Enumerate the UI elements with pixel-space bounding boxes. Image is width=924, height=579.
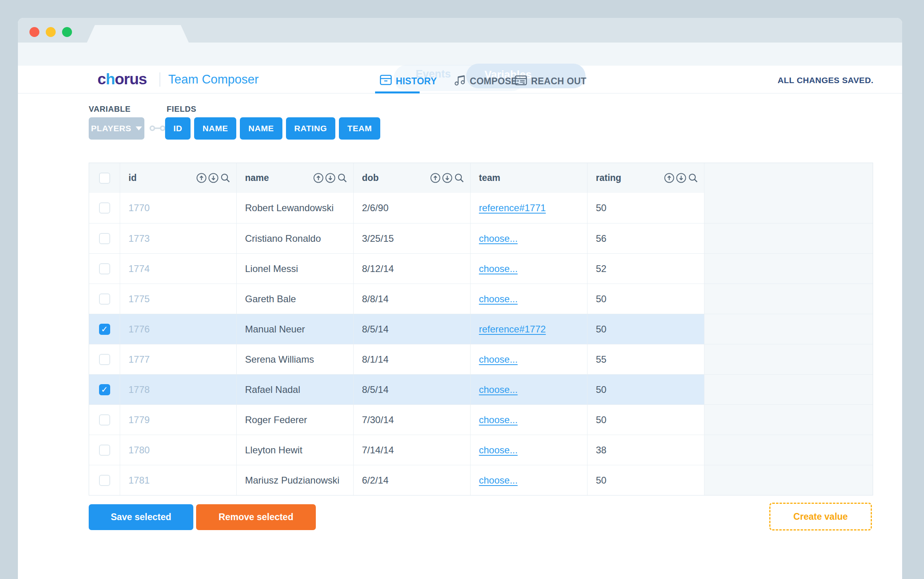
cell-id: 1773 <box>120 223 236 253</box>
search-icon[interactable] <box>454 173 465 183</box>
minimize-window-button[interactable] <box>46 27 56 37</box>
chorus-logo[interactable]: chorus <box>97 70 147 88</box>
maximize-window-button[interactable] <box>62 27 72 37</box>
row-checkbox[interactable] <box>99 233 110 244</box>
cell-empty <box>704 344 873 374</box>
row-checkbox[interactable] <box>99 293 110 305</box>
cell-name: Robert Lewandowski <box>236 193 353 223</box>
search-icon[interactable] <box>688 173 698 183</box>
sort-desc-icon[interactable] <box>325 173 336 183</box>
cell-id: 1780 <box>120 435 236 465</box>
cell-empty <box>704 254 873 284</box>
team-link[interactable]: choose... <box>479 293 517 305</box>
search-icon[interactable] <box>220 173 231 183</box>
team-link[interactable]: choose... <box>479 263 517 274</box>
team-link[interactable]: choose... <box>479 384 517 395</box>
cell-empty <box>704 223 873 253</box>
row-checkbox[interactable] <box>99 475 110 486</box>
field-button-name[interactable]: NAME <box>240 117 282 140</box>
field-button-team[interactable]: TEAM <box>339 117 380 140</box>
save-selected-button[interactable]: Save selected <box>89 504 193 530</box>
column-header-team: team <box>479 173 500 183</box>
logo-text: c <box>97 70 106 87</box>
sort-asc-icon[interactable] <box>313 173 324 183</box>
table-header-row: id name dob <box>89 163 873 193</box>
music-notes-icon <box>454 74 466 88</box>
cell-rating: 50 <box>587 465 704 495</box>
cell-id: 1778 <box>120 375 236 404</box>
table-row: 1774 Lionel Messi 8/12/14 choose... 52 <box>89 253 873 284</box>
link-icon <box>149 124 166 134</box>
cell-rating: 50 <box>587 284 704 314</box>
save-status-text: ALL CHANGES SAVED. <box>778 76 873 85</box>
table-row: 1779 Roger Federer 7/30/14 choose... 50 <box>89 404 873 435</box>
row-checkbox[interactable] <box>99 354 110 365</box>
browser-window: chorus Team Composer Events Variables HI… <box>18 18 902 579</box>
contact-card-icon <box>515 74 527 88</box>
row-checkbox[interactable] <box>99 414 110 426</box>
cell-name: Rafael Nadal <box>236 375 353 404</box>
tab-compose[interactable]: COMPOSE <box>454 74 517 88</box>
cell-empty <box>704 465 873 495</box>
column-header-empty <box>704 163 873 193</box>
sort-asc-icon[interactable] <box>430 173 441 183</box>
cell-empty <box>704 314 873 344</box>
tab-compose-label: COMPOSE <box>470 76 517 87</box>
cell-empty <box>704 375 873 404</box>
variable-dropdown[interactable]: PLAYERS <box>89 117 144 140</box>
remove-selected-button[interactable]: Remove selected <box>196 504 316 530</box>
sort-asc-icon[interactable] <box>196 173 207 183</box>
archive-icon <box>380 75 392 87</box>
team-link[interactable]: choose... <box>479 354 517 365</box>
field-button-rating[interactable]: RATING <box>286 117 336 140</box>
sort-desc-icon[interactable] <box>442 173 453 183</box>
cell-dob: 2/6/90 <box>353 193 470 223</box>
field-button-name[interactable]: NAME <box>194 117 236 140</box>
logo-text: orus <box>115 70 147 87</box>
cell-dob: 3/25/15 <box>353 223 470 253</box>
search-icon[interactable] <box>337 173 348 183</box>
cell-id: 1774 <box>120 254 236 284</box>
row-checkbox[interactable] <box>99 263 110 274</box>
cell-dob: 8/12/14 <box>353 254 470 284</box>
select-all-checkbox[interactable] <box>99 173 110 184</box>
cell-rating: 52 <box>587 254 704 284</box>
sort-asc-icon[interactable] <box>664 173 675 183</box>
cell-dob: 8/1/14 <box>353 344 470 374</box>
sort-desc-icon[interactable] <box>208 173 219 183</box>
cell-rating: 50 <box>587 405 704 435</box>
row-checkbox[interactable] <box>99 384 110 395</box>
tab-reach-out[interactable]: REACH OUT <box>515 74 586 88</box>
cell-id: 1779 <box>120 405 236 435</box>
table-row: 1775 Gareth Bale 8/8/14 choose... 50 <box>89 284 873 314</box>
column-header-name: name <box>245 173 269 183</box>
fields-label: FIELDS <box>167 105 196 114</box>
cell-name: Serena Williams <box>236 344 353 374</box>
row-checkbox[interactable] <box>99 445 110 456</box>
team-link[interactable]: reference#1771 <box>479 202 546 214</box>
team-link[interactable]: reference#1772 <box>479 324 546 335</box>
cell-id: 1770 <box>120 193 236 223</box>
cell-dob: 6/2/14 <box>353 465 470 495</box>
tab-history[interactable]: HISTORY <box>380 74 437 88</box>
table-row: 1781 Mariusz Pudzianowski 6/2/14 choose.… <box>89 465 873 495</box>
browser-titlebar <box>18 18 902 43</box>
row-checkbox[interactable] <box>99 202 110 214</box>
variable-label: VARIABLE <box>89 105 131 114</box>
team-link[interactable]: choose... <box>479 475 517 486</box>
create-value-button[interactable]: Create value <box>769 503 872 530</box>
browser-tab[interactable] <box>87 25 189 43</box>
table-row: 1777 Serena Williams 8/1/14 choose... 55 <box>89 344 873 374</box>
close-window-button[interactable] <box>29 27 39 37</box>
cell-empty <box>704 405 873 435</box>
field-button-id[interactable]: ID <box>165 117 191 140</box>
variable-dropdown-value: PLAYERS <box>91 124 131 133</box>
cell-rating: 50 <box>587 314 704 344</box>
sort-desc-icon[interactable] <box>676 173 687 183</box>
team-link[interactable]: choose... <box>479 445 517 456</box>
desktop-background: chorus Team Composer Events Variables HI… <box>0 0 924 579</box>
row-checkbox[interactable] <box>99 324 110 335</box>
logo-h-glyph: h <box>106 70 115 87</box>
team-link[interactable]: choose... <box>479 414 517 426</box>
team-link[interactable]: choose... <box>479 233 517 244</box>
